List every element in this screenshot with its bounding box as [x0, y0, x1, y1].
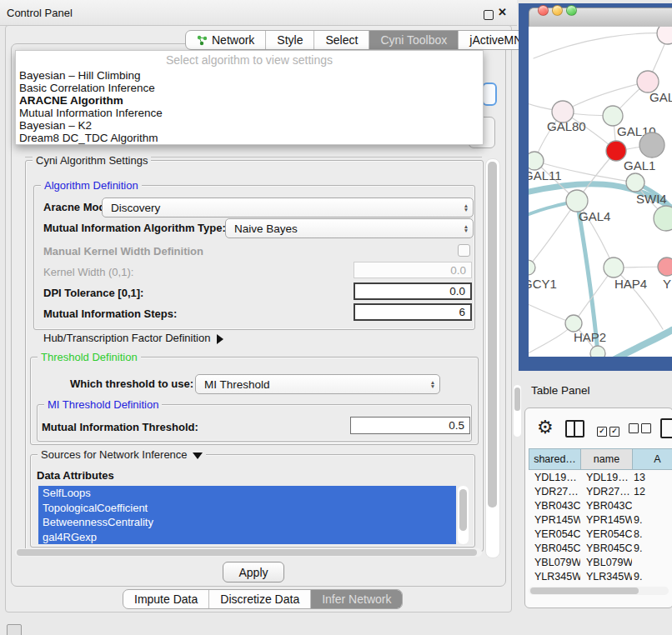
network-node-label: GAL1: [624, 158, 655, 172]
attribute-item[interactable]: BetweennessCentrality: [38, 515, 456, 530]
hub-expander[interactable]: Hub/Transcription Factor Definition: [43, 332, 223, 344]
settings-vscrollbar-thumb[interactable]: [488, 162, 497, 508]
mi-type-value: Naive Bayes: [226, 222, 459, 235]
attribute-item[interactable]: TopologicalCoefficient: [38, 501, 456, 516]
table-row[interactable]: YBR043CYBR043C: [529, 498, 672, 512]
mi-steps-label: Mutual Information Steps:: [43, 308, 177, 320]
data-attributes-list[interactable]: SelfLoopsTopologicalCoefficientBetweenne…: [38, 486, 456, 544]
tab-cyni-toolbox[interactable]: Cyni Toolbox: [369, 31, 459, 49]
tab-infer-network[interactable]: Infer Network: [311, 590, 402, 608]
kernel-width-label: Kernel Width (0,1):: [43, 266, 133, 278]
table-row[interactable]: YBR045CYBR045C9.: [529, 541, 672, 555]
screen: Control Panel ✕ NetworkStyleSelectCyni T…: [0, 0, 672, 635]
column-header[interactable]: shared…: [529, 448, 580, 470]
dropdown-item[interactable]: Mutual Information Inference: [16, 107, 483, 119]
column-header[interactable]: name: [580, 448, 632, 470]
expander-expanded-icon[interactable]: [193, 452, 203, 459]
network-node-y[interactable]: [658, 258, 672, 276]
tab-discretize-data[interactable]: Discretize Data: [209, 590, 311, 608]
table-hscrollbar[interactable]: [529, 587, 669, 595]
expander-collapsed-icon[interactable]: [217, 334, 223, 344]
mi-type-combo[interactable]: Naive Bayes ▲▼: [225, 218, 474, 238]
mi-type-label: Mutual Information Algorithm Type:: [43, 222, 226, 234]
network-node[interactable]: [639, 132, 664, 158]
columns-icon[interactable]: [565, 420, 584, 438]
attribute-item[interactable]: SelfLoops: [38, 486, 456, 501]
table-row[interactable]: YBL079WYBL079W: [529, 555, 672, 569]
settings-hscrollbar-thumb[interactable]: [17, 549, 477, 556]
apply-button[interactable]: Apply: [223, 562, 284, 582]
column-header[interactable]: A: [632, 448, 672, 470]
network-edge[interactable]: [534, 33, 668, 58]
tab-network[interactable]: Network: [186, 31, 266, 49]
mac-close-button[interactable]: [538, 5, 549, 16]
network-node-hap2[interactable]: [565, 315, 582, 332]
tab-label: Select: [325, 33, 358, 47]
network-node-gal11[interactable]: [529, 152, 544, 170]
deselect-all-icon[interactable]: [629, 423, 654, 436]
dpi-tolerance-field[interactable]: 0.0: [354, 282, 472, 300]
collapsed-panel-icon[interactable]: [7, 624, 22, 635]
attributes-scrollbar-thumb[interactable]: [459, 489, 467, 531]
table-row[interactable]: YER054CYER054C8.: [529, 527, 672, 541]
manual-kernel-checkbox[interactable]: [458, 244, 470, 257]
combo-stepper-icon: ▲▼: [426, 380, 439, 389]
tab-impute-data[interactable]: Impute Data: [123, 590, 209, 608]
network-node-hap4[interactable]: [604, 258, 624, 278]
network-node-gal10[interactable]: [603, 106, 623, 126]
sources-title[interactable]: Sources for Network Inference: [38, 448, 206, 461]
table-toolbar: ⚙ ✓✓: [525, 408, 672, 448]
side-scrollbar[interactable]: [514, 385, 521, 437]
tab-label: Infer Network: [322, 592, 391, 606]
network-node[interactable]: [590, 346, 605, 357]
table-cell: 9.: [632, 571, 672, 582]
mi-threshold-field[interactable]: 0.5: [350, 417, 470, 434]
side-scrollbar-thumb[interactable]: [514, 388, 520, 411]
close-icon[interactable]: ✕: [498, 6, 507, 18]
tab-style[interactable]: Style: [266, 31, 314, 49]
network-node-gcy1[interactable]: [529, 260, 535, 275]
gear-icon[interactable]: ⚙: [537, 417, 554, 438]
table-row[interactable]: YDR27…YDR27…12: [529, 484, 672, 498]
table-row[interactable]: YPR145WYPR145W9.: [529, 512, 672, 527]
attribute-item[interactable]: gal4RGexp: [38, 530, 456, 545]
float-window-icon[interactable]: [484, 10, 494, 20]
dropdown-item[interactable]: Bayesian – K2: [16, 119, 483, 132]
dropdown-item[interactable]: Dream8 DC_TDC Algorithm: [16, 132, 483, 144]
table-row[interactable]: YLR345WYLR345W9.: [529, 569, 672, 583]
dropdown-item[interactable]: ARACNE Algorithm: [16, 94, 483, 107]
aracne-mode-combo[interactable]: Discovery ▲▼: [102, 198, 474, 218]
table-cell: 9.: [632, 542, 672, 554]
mac-minimize-button[interactable]: [552, 5, 563, 16]
tab-label: Style: [277, 33, 303, 47]
network-node-label: GCY1: [529, 277, 557, 291]
network-node[interactable]: [657, 27, 672, 44]
network-node-swi4[interactable]: [626, 173, 644, 192]
settings-hscrollbar[interactable]: [15, 548, 482, 557]
dropdown-item[interactable]: Bayesian – Hill Climbing: [16, 69, 483, 82]
combo-stepper-icon: ▲▼: [459, 224, 473, 233]
mac-zoom-button[interactable]: [566, 5, 577, 16]
network-node-label: GAL80: [547, 119, 586, 133]
manual-kernel-label: Manual Kernel Width Definition: [43, 245, 203, 258]
attributes-scrollbar[interactable]: [458, 486, 469, 544]
settings-vscrollbar[interactable]: [485, 158, 500, 558]
table-hscrollbar-thumb[interactable]: [530, 588, 639, 594]
network-window-titlebar[interactable]: [529, 8, 672, 28]
kernel-width-field[interactable]: 0.0: [354, 262, 472, 278]
which-threshold-combo[interactable]: MI Threshold ▲▼: [195, 374, 440, 394]
mi-steps-field[interactable]: 6: [354, 303, 472, 321]
tab-select[interactable]: Select: [314, 31, 369, 49]
select-all-icon[interactable]: ✓✓: [597, 423, 622, 437]
table-cell: YER054C: [580, 528, 632, 540]
network-node[interactable]: [654, 206, 672, 231]
network-edge[interactable]: [563, 82, 648, 112]
export-table-icon[interactable]: [660, 418, 672, 438]
table-row[interactable]: YDL19…YDL19…13: [529, 470, 672, 484]
tab-label: Cyni Toolbox: [380, 33, 447, 47]
cyni-settings-title: Cyni Algorithm Settings: [33, 154, 151, 167]
network-node-label: HAP4: [614, 277, 647, 291]
dropdown-item[interactable]: Basic Correlation Inference: [16, 82, 483, 94]
network-canvas[interactable]: GALGAL80GAL10GAL1GAL11SWI4GAL4GCY1HAP4YH…: [529, 27, 672, 357]
table-cell: 8.: [632, 528, 672, 540]
